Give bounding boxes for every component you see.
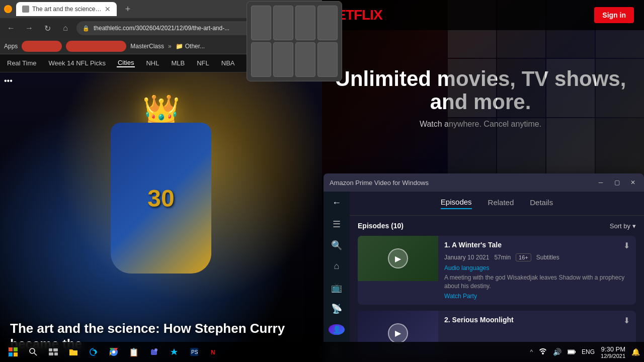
netflix-window: NETFLIX Sign in Unlimited movies, TV sho… (317, 0, 644, 176)
svg-text:PS: PS (191, 349, 198, 355)
language-indicator[interactable]: ENG (582, 348, 595, 355)
bg-item-12 (596, 118, 644, 176)
svg-point-12 (112, 350, 115, 353)
prime-channels-icon[interactable]: 📡 (329, 303, 345, 314)
svg-rect-23 (568, 350, 574, 353)
nav-cities[interactable]: Cities (117, 59, 135, 67)
network-icon[interactable] (539, 347, 547, 357)
prime-search-icon[interactable]: 🔍 (329, 240, 345, 251)
tab-details[interactable]: Details (530, 198, 553, 209)
more-bookmarks[interactable]: » (168, 43, 172, 50)
prime-maximize-button[interactable]: ▢ (612, 177, 622, 188)
svg-rect-10 (54, 352, 58, 355)
other-label: Other... (185, 43, 205, 50)
nav-nfl[interactable]: NFL (196, 59, 210, 67)
prime-home-icon[interactable]: ⌂ (329, 261, 345, 272)
battery-icon[interactable] (568, 348, 576, 356)
start-button[interactable] (4, 344, 22, 360)
prime-download-button-1[interactable]: ⬇ (623, 241, 630, 250)
tab-grid-item-3[interactable] (295, 6, 315, 40)
prime-episode-info-1: 1. A Winter's Tale ⬇ January 10 2021 57m… (444, 236, 636, 305)
home-button[interactable]: ⌂ (58, 21, 72, 35)
tab-grid-item-6[interactable] (273, 42, 293, 77)
edge-taskbar-icon[interactable] (85, 344, 103, 360)
forward-button[interactable]: → (22, 21, 36, 35)
prime-watch-party-1[interactable]: Watch Party (444, 293, 630, 300)
tab-close-button[interactable]: ✕ (105, 5, 111, 13)
prime-tv-icon[interactable]: 📺 (329, 282, 345, 293)
nav-nhl[interactable]: NHL (145, 59, 160, 67)
bg-item-6 (497, 59, 545, 117)
chrome-taskbar-icon[interactable] (105, 344, 123, 360)
clock-date: 12/9/2021 (601, 353, 625, 359)
svg-point-14 (154, 348, 157, 351)
prime-play-button-1[interactable]: ▶ (388, 248, 408, 268)
tab-grid-item-2[interactable] (273, 6, 293, 40)
prime-episode-rating-1: 16+ (516, 253, 531, 261)
bg-item-10 (497, 118, 545, 176)
notification-icon[interactable]: 🔔 (631, 348, 640, 356)
address-bar[interactable]: 🔒 theathletic.com/3002604/2021/12/09/the… (76, 21, 268, 35)
prime-audio-languages-1[interactable]: Audio languages (444, 264, 630, 272)
other-bookmarks[interactable]: 📁 Other... (176, 43, 205, 50)
prime-play-button-2[interactable]: ▶ (388, 323, 408, 343)
system-clock[interactable]: 9:30 PM 12/9/2021 (601, 345, 625, 359)
tab-related[interactable]: Related (488, 198, 514, 209)
tab-grid-item-8[interactable] (317, 42, 338, 77)
prime-episodes-header: Episodes (10) Sort by ▾ (358, 222, 636, 230)
prime-back-nav-icon[interactable]: ← (329, 198, 345, 209)
bg-item-5 (448, 59, 496, 117)
tab-episodes[interactable]: Episodes (441, 198, 472, 209)
taskbar-search-button[interactable] (24, 344, 42, 360)
sort-by-chevron: ▾ (632, 222, 636, 230)
svg-rect-3 (9, 352, 13, 356)
clock-time: 9:30 PM (601, 345, 625, 353)
tab-grid-item-5[interactable] (251, 42, 271, 77)
copilot-taskbar-icon[interactable] (165, 344, 183, 360)
tab-favicon (22, 6, 29, 13)
bg-item-9 (448, 118, 496, 176)
bg-item-8 (596, 59, 644, 117)
volume-icon[interactable]: 🔊 (553, 348, 561, 356)
file-explorer-taskbar-icon[interactable] (64, 344, 83, 360)
prime-minimize-button[interactable]: ─ (596, 177, 606, 188)
system-tray-chevron[interactable]: ^ (530, 348, 533, 355)
masterclass-bookmark[interactable]: MasterClass (130, 43, 164, 50)
nav-nba[interactable]: NBA (220, 59, 236, 67)
apps-bookmark[interactable]: Apps (4, 43, 18, 50)
svg-rect-9 (49, 352, 53, 355)
prime-hamburger-icon[interactable]: ☰ (329, 219, 345, 230)
refresh-button[interactable]: ↻ (40, 21, 54, 35)
prime-sort-by-button[interactable]: Sort by ▾ (610, 222, 636, 230)
nav-nfl-picks[interactable]: Week 14 NFL Picks (48, 59, 107, 67)
apps-label: Apps (4, 43, 18, 50)
new-tab-button[interactable]: + (121, 2, 135, 16)
nav-mlb[interactable]: MLB (171, 59, 186, 67)
prime-user-avatar[interactable]: 👤 (329, 324, 345, 335)
prime-episodes-content: Episodes (10) Sort by ▾ ▶ 1. A Winter's … (350, 216, 644, 362)
prime-tabs: Episodes Related Details (350, 192, 644, 216)
tab-grid-item-4[interactable] (317, 6, 338, 40)
task-view-button[interactable] (44, 344, 62, 360)
bg-item-11 (546, 118, 595, 176)
back-button[interactable]: ← (4, 21, 18, 35)
notepad-taskbar-icon[interactable]: 📋 (125, 344, 143, 360)
svg-line-6 (34, 353, 37, 355)
bookmark-1[interactable] (22, 41, 62, 52)
prime-close-button[interactable]: ✕ (628, 177, 638, 188)
prime-episode-description-1: A meeting with the god Wisakedjak leaves… (444, 274, 630, 291)
folder-icon: 📁 (176, 43, 183, 50)
nav-realtime[interactable]: Real Time (6, 59, 38, 67)
netflix-taskbar-icon[interactable]: N (205, 344, 223, 360)
prime-episode-title-row-1: 1. A Winter's Tale ⬇ (444, 241, 630, 250)
tab-grid-item-1[interactable] (251, 6, 271, 40)
bookmark-2[interactable] (66, 41, 126, 52)
netflix-signin-button[interactable]: Sign in (594, 7, 634, 23)
prime-download-button-2[interactable]: ⬇ (623, 316, 630, 325)
tab-grid-item-7[interactable] (295, 42, 315, 77)
teams-taskbar-icon[interactable] (145, 344, 163, 360)
article-menu-button[interactable]: ••• (4, 76, 13, 85)
browser-tab-athletic[interactable]: The art and the science: How Ste... ✕ (16, 2, 117, 16)
powershell-taskbar-icon[interactable]: PS (185, 344, 203, 360)
prime-episodes-count: Episodes (10) (358, 222, 404, 230)
